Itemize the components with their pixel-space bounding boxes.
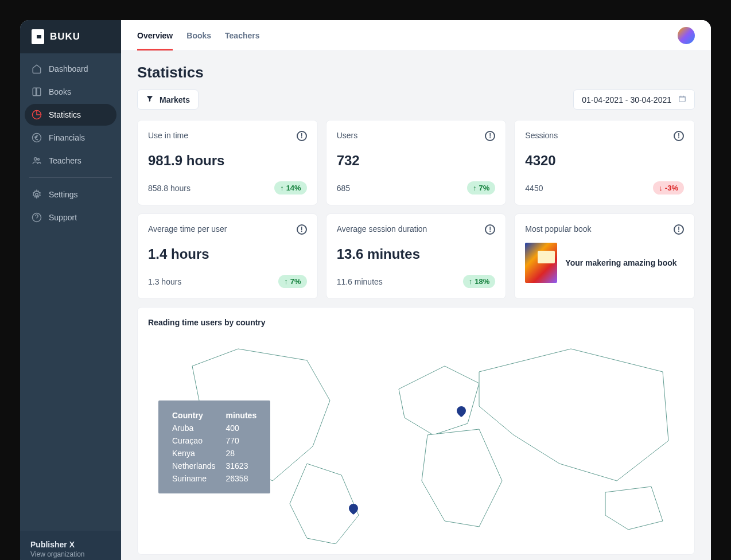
tabs: Overview Books Teachers <box>137 20 260 50</box>
table-row: Curaçao770 <box>168 435 261 446</box>
td-country: Curaçao <box>168 435 220 446</box>
sidebar-item-label: Dashboard <box>49 64 88 73</box>
td-country: Suriname <box>168 473 220 484</box>
sidebar-item-label: Support <box>49 213 77 222</box>
td-country: Kenya <box>168 448 220 459</box>
sidebar-item-support[interactable]: Support <box>25 207 116 228</box>
date-range-button[interactable]: 01-04-2021 - 30-04-2021 <box>573 90 695 110</box>
delta-value: -3% <box>665 184 678 192</box>
date-range-label: 01-04-2021 - 30-04-2021 <box>582 95 671 104</box>
logo-text: BUKU <box>50 31 80 42</box>
card-prev: 858.8 hours <box>148 184 190 193</box>
delta-value: 14% <box>286 184 301 192</box>
arrow-down-icon: ↓ <box>659 184 663 192</box>
svg-rect-5 <box>679 96 686 102</box>
gear-icon <box>32 189 42 200</box>
world-map[interactable]: Country minutes Aruba400 Curaçao770 Keny… <box>148 332 684 544</box>
book-cover-thumbnail[interactable] <box>525 243 557 283</box>
content: Statistics Markets 01-04-2021 - 30-04-20… <box>121 51 711 560</box>
info-icon[interactable]: ! <box>674 131 684 141</box>
tab-label: Teachers <box>225 31 259 40</box>
card-sessions: Sessions ! 4320 4450 ↓-3% <box>514 120 695 205</box>
arrow-up-icon: ↑ <box>280 184 284 192</box>
table-row: Netherlands31623 <box>168 460 261 472</box>
tab-label: Books <box>186 31 211 40</box>
card-prev: 4450 <box>525 184 543 193</box>
logo[interactable]: BUKU <box>20 20 121 53</box>
td-country: Aruba <box>168 422 220 434</box>
arrow-up-icon: ↑ <box>469 277 473 286</box>
card-title: Average time per user <box>148 224 307 234</box>
info-icon[interactable]: ! <box>674 224 684 235</box>
filter-icon <box>146 95 154 104</box>
chart-pie-icon <box>32 110 42 120</box>
arrow-up-icon: ↑ <box>284 277 288 286</box>
sidebar: BUKU Dashboard Books Statistics Financia… <box>20 20 121 560</box>
tab-overview[interactable]: Overview <box>137 20 173 50</box>
th-country: Country <box>168 410 220 421</box>
users-icon <box>32 155 42 166</box>
card-value: 13.6 minutes <box>337 246 496 262</box>
nav-divider <box>29 177 112 178</box>
sidebar-item-label: Financials <box>49 133 85 142</box>
euro-icon <box>32 133 42 143</box>
book-icon <box>32 87 42 97</box>
card-prev: 685 <box>337 184 350 193</box>
delta-value: 18% <box>475 277 489 286</box>
org-name: Publisher X <box>30 540 111 549</box>
delta-badge: ↓-3% <box>653 181 684 195</box>
sidebar-item-statistics[interactable]: Statistics <box>25 104 116 126</box>
card-title: Users <box>337 131 496 140</box>
sidebar-item-financials[interactable]: Financials <box>25 127 116 149</box>
calendar-icon <box>678 95 686 104</box>
table-row: Kenya28 <box>168 448 261 459</box>
tab-books[interactable]: Books <box>186 20 211 50</box>
tab-label: Overview <box>137 31 173 40</box>
card-value: 1.4 hours <box>148 246 307 262</box>
delta-badge: ↑7% <box>278 275 306 288</box>
help-icon <box>32 212 42 223</box>
controls-row: Markets 01-04-2021 - 30-04-2021 <box>137 90 695 110</box>
sidebar-item-label: Books <box>49 87 71 96</box>
sidebar-item-dashboard[interactable]: Dashboard <box>25 58 116 80</box>
sidebar-item-teachers[interactable]: Teachers <box>25 150 116 172</box>
card-use-in-time: Use in time ! 981.9 hours 858.8 hours ↑1… <box>137 120 318 205</box>
delta-badge: ↑7% <box>467 181 495 195</box>
popular-book-title: Your makering amazing book <box>565 258 676 267</box>
avatar[interactable] <box>678 27 695 44</box>
sidebar-item-label: Settings <box>49 190 78 199</box>
org-switcher[interactable]: Publisher X View organization <box>20 531 121 560</box>
td-minutes: 28 <box>221 448 262 459</box>
card-value: 981.9 hours <box>148 153 307 169</box>
td-minutes: 770 <box>221 435 262 446</box>
sidebar-item-books[interactable]: Books <box>25 81 116 103</box>
svg-point-2 <box>38 158 40 160</box>
primary-nav: Dashboard Books Statistics Financials Te… <box>20 53 121 531</box>
card-popular-book: Most popular book ! Your makering amazin… <box>514 213 695 299</box>
filter-markets-button[interactable]: Markets <box>137 90 199 110</box>
table-row: Suriname26358 <box>168 473 261 484</box>
info-icon[interactable]: ! <box>297 224 307 235</box>
svg-point-3 <box>36 193 38 196</box>
td-minutes: 400 <box>221 422 262 434</box>
info-icon[interactable]: ! <box>297 131 307 141</box>
delta-badge: ↑14% <box>274 181 307 195</box>
arrow-up-icon: ↑ <box>473 184 477 192</box>
sidebar-item-settings[interactable]: Settings <box>25 184 116 205</box>
filter-label: Markets <box>160 95 190 104</box>
svg-point-1 <box>34 158 37 161</box>
page-title: Statistics <box>137 64 695 81</box>
tab-teachers[interactable]: Teachers <box>225 20 259 50</box>
topbar: Overview Books Teachers <box>121 20 711 51</box>
stats-grid: Use in time ! 981.9 hours 858.8 hours ↑1… <box>137 120 695 299</box>
card-prev: 11.6 minutes <box>337 277 383 286</box>
card-title: Most popular book <box>525 224 684 234</box>
sidebar-item-label: Statistics <box>49 110 81 119</box>
card-title: Sessions <box>525 131 684 140</box>
td-minutes: 26358 <box>221 473 262 484</box>
map-title: Reading time users by country <box>148 318 684 327</box>
td-country: Netherlands <box>168 460 220 472</box>
country-minutes-table: Country minutes Aruba400 Curaçao770 Keny… <box>158 400 270 493</box>
th-minutes: minutes <box>221 410 262 421</box>
org-link: View organization <box>30 550 111 558</box>
